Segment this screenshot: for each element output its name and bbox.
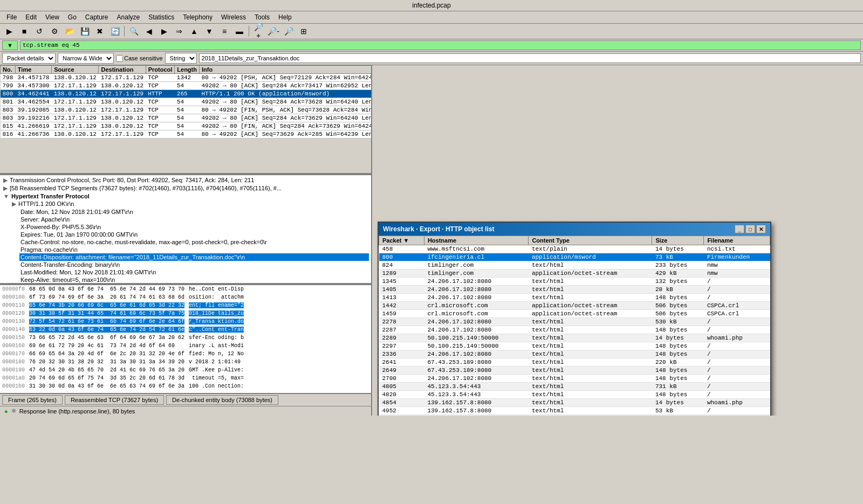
tab-dechunked[interactable]: De-chunked entity body (73088 bytes) [166,395,278,405]
tab-frame[interactable]: Frame (265 bytes) [2,395,63,405]
goto-btn[interactable]: ⇒ [172,25,186,38]
dialog-col-hostname[interactable]: Hostname [424,236,529,245]
detail-reassembled-row[interactable]: ▶ [58 Reassembled TCP Segments (73627 by… [2,184,369,192]
start-capture-btn[interactable]: ▶ [2,25,16,38]
menu-tools[interactable]: Tools [250,12,274,22]
dialog-cell: 1345 [379,278,424,286]
dialog-col-packet[interactable]: Packet ▼ [379,236,424,245]
zoom-reset-btn[interactable]: 🔎 [282,25,296,38]
table-row[interactable]: 80034.462441138.0.120.12172.17.1.129HTTP… [1,90,372,98]
dialog-col-filename[interactable]: Filename [704,236,770,245]
list-item[interactable]: 141324.206.17.102:8080text/html148 bytes… [379,294,770,302]
reload-btn[interactable]: 🔄 [108,25,122,38]
hex-ascii-col: he..Cont ent-Disp osition: attachm ent; … [187,285,249,390]
list-item[interactable]: 480545.123.3.54:443text/html731 kB/ [379,383,770,391]
search-dropdown-detail[interactable]: Packet details [2,53,56,64]
capture-options-btn[interactable]: ⚙ [47,25,61,38]
dialog-col-size[interactable]: Size [652,236,704,245]
list-item[interactable]: 227824.206.17.102:8080text/html530 kB/ [379,318,770,326]
list-item[interactable]: 4952139.162.157.8:8080text/html53 kB/ [379,407,770,415]
list-item[interactable]: 270024.206.17.102:8080text/html148 bytes… [379,375,770,383]
restart-capture-btn[interactable]: ↺ [32,25,46,38]
list-item[interactable]: 233624.206.17.102:8080text/html148 bytes… [379,350,770,358]
table-row[interactable]: 81541.266619172.17.1.129138.0.120.12TCP5… [1,122,372,130]
list-item[interactable]: 264967.43.253.189:8080text/html148 bytes… [379,367,770,375]
table-row[interactable]: 81641.266736138.0.120.12172.17.1.129TCP5… [1,130,372,139]
expand-reassembled-icon[interactable]: ▶ [3,185,8,192]
table-cell: TCP [146,130,175,139]
list-item[interactable]: 824timlinger.comtext/html233 bytesnmw [379,261,770,270]
list-item[interactable]: 482045.123.3.54:443text/html148 bytes/ [379,391,770,399]
dialog-cell: 148 bytes [652,367,704,375]
http-cache: Cache-Control: no-store, no-cache, must-… [19,238,369,246]
list-item[interactable]: 228724.206.17.102:8080text/html148 bytes… [379,326,770,334]
http-detail-fields: Date: Mon, 12 Nov 2018 21:01:49 GMT\r\n … [11,208,369,283]
table-row[interactable]: 80339.192085138.0.120.12172.17.1.129TCP5… [1,106,372,114]
stop-capture-btn[interactable]: ■ [17,25,31,38]
close-btn[interactable]: ✖ [93,25,107,38]
list-item[interactable]: 458www.msftncsi.comtext/plain14 bytesncs… [379,245,770,253]
list-item[interactable]: 1289timlinger.comapplication/octet-strea… [379,270,770,278]
table-cell: 138.0.120.12 [99,122,146,130]
list-item[interactable]: 4854139.162.157.8:8080text/html14 bytesw… [379,399,770,407]
expand-tcp-icon[interactable]: ▶ [3,177,8,184]
menu-view[interactable]: View [41,12,64,22]
table-row[interactable]: 80134.462554172.17.1.129138.0.120.12TCP5… [1,98,372,106]
http-object-list-dialog[interactable]: Wireshark · Export · HTTP object list _ … [378,222,771,416]
down-btn[interactable]: ▼ [202,25,216,38]
list-item[interactable]: 228950.100.215.149:50000text/html14 byte… [379,334,770,342]
list-item[interactable]: 1459crl.microsoft.comapplication/octet-s… [379,310,770,318]
menu-analyze[interactable]: Analyze [113,12,145,22]
list-item[interactable]: 140524.206.17.102:8080text/html28 kB/ [379,286,770,294]
tab-reassembled[interactable]: Reassembled TCP (73627 bytes) [65,395,164,405]
list-item[interactable]: 5351139.162.157.8:8080text/html53 kB/ [379,415,770,416]
table-cell: 172.17.1.129 [52,82,99,90]
search-dropdown-narrow[interactable]: Narrow & Wide [58,53,114,64]
dialog-cell: nmw [704,270,770,278]
list-item[interactable]: 1442crl.microsoft.comapplication/octet-s… [379,302,770,310]
filter-input[interactable] [20,40,861,50]
list-item[interactable]: 134524.206.17.102:8080text/html132 bytes… [379,278,770,286]
up-btn[interactable]: ▲ [187,25,201,38]
zoom-out-btn[interactable]: 🔎- [266,25,280,38]
table-cell: 138.0.120.12 [52,74,99,82]
dialog-cell: 2287 [379,326,424,334]
colorize-btn[interactable]: ≡ [217,25,231,38]
dialog-close-btn[interactable]: ✕ [756,225,766,233]
detail-http-row[interactable]: ▼ Hypertext Transfer Protocol [2,192,369,200]
expand-http-icon[interactable]: ▼ [3,193,9,199]
list-item[interactable]: 229750.100.215.149:50000text/html148 byt… [379,342,770,350]
zoom-in-btn[interactable]: 🔎+ [251,25,265,38]
menu-capture[interactable]: Capture [81,12,113,22]
search-value-input[interactable] [199,53,861,63]
menu-statistics[interactable]: Statistics [144,12,179,22]
forward-btn[interactable]: ▶ [157,25,171,38]
back-btn[interactable]: ◀ [142,25,156,38]
menu-go[interactable]: Go [64,12,81,22]
save-btn[interactable]: 💾 [78,25,92,38]
expand-http-response-icon[interactable]: ▶ [12,201,16,208]
menu-file[interactable]: File [2,12,21,22]
detail-http-response-row[interactable]: ▶ HTTP/1.1 200 OK\r\n [11,200,369,208]
find-btn[interactable]: 🔍 [127,25,141,38]
detail-tcp-row[interactable]: ▶ Transmission Control Protocol, Src Por… [2,176,369,184]
menu-help[interactable]: Help [274,12,296,22]
menu-telephony[interactable]: Telephony [179,12,217,22]
list-item[interactable]: 800ifcingenieria.clapplication/msword73 … [379,253,770,261]
table-row[interactable]: 79934.457300172.17.1.129138.0.120.12TCP5… [1,82,372,90]
dialog-col-ctype[interactable]: Content Type [529,236,652,245]
table-row[interactable]: 79834.457178138.0.120.12172.17.1.129TCP1… [1,74,372,82]
expand-btn[interactable]: ⊞ [297,25,311,38]
dialog-maximize-btn[interactable]: □ [745,225,755,233]
hex-content: 00000f0 0000100 0000110 0000120 0000130 … [0,285,371,390]
table-cell: 34.462554 [15,98,51,106]
list-item[interactable]: 264167.43.253.189:8080text/html220 kB/ [379,358,770,367]
table-row[interactable]: 80339.192216172.17.1.129138.0.120.12TCP5… [1,114,372,122]
dialog-minimize-btn[interactable]: _ [735,225,744,233]
search-dropdown-type[interactable]: String [165,53,197,64]
case-sensitive-checkbox[interactable] [116,55,123,62]
menu-wireless[interactable]: Wireless [217,12,250,22]
open-btn[interactable]: 📂 [63,25,77,38]
menu-edit[interactable]: Edit [21,12,41,22]
colorize2-btn[interactable]: ▬ [232,25,246,38]
